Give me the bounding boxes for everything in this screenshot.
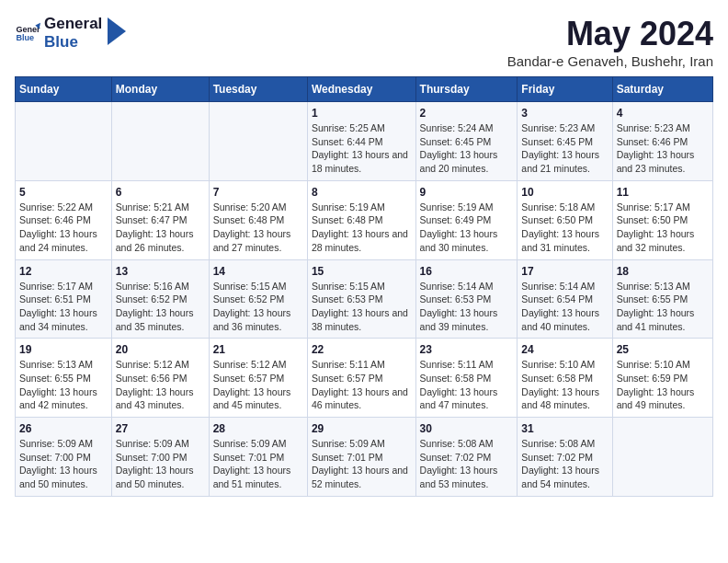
day-number: 1 bbox=[312, 107, 412, 120]
calendar-cell: 26Sunrise: 5:09 AMSunset: 7:00 PMDayligh… bbox=[16, 418, 112, 497]
day-number: 10 bbox=[521, 186, 608, 199]
day-number: 20 bbox=[116, 343, 205, 356]
header: General Blue General Blue May 2024 Banda… bbox=[15, 15, 713, 69]
day-info: Sunrise: 5:11 AMSunset: 6:58 PMDaylight:… bbox=[420, 358, 514, 412]
calendar-cell: 2Sunrise: 5:24 AMSunset: 6:45 PMDaylight… bbox=[415, 102, 518, 181]
day-number: 19 bbox=[19, 343, 108, 356]
day-number: 8 bbox=[312, 186, 412, 199]
day-number: 13 bbox=[116, 265, 205, 278]
day-info: Sunrise: 5:14 AMSunset: 6:54 PMDaylight:… bbox=[521, 280, 608, 334]
day-number: 9 bbox=[420, 186, 514, 199]
calendar-cell: 14Sunrise: 5:15 AMSunset: 6:52 PMDayligh… bbox=[209, 259, 307, 339]
day-info: Sunrise: 5:08 AMSunset: 7:02 PMDaylight:… bbox=[521, 437, 608, 491]
day-info: Sunrise: 5:09 AMSunset: 7:01 PMDaylight:… bbox=[213, 437, 303, 491]
day-info: Sunrise: 5:13 AMSunset: 6:55 PMDaylight:… bbox=[617, 280, 709, 334]
day-number: 23 bbox=[420, 343, 514, 356]
logo-blue: Blue bbox=[44, 33, 78, 51]
logo-icon: General Blue bbox=[15, 20, 40, 46]
logo-arrow-icon bbox=[108, 17, 126, 45]
day-info: Sunrise: 5:24 AMSunset: 6:45 PMDaylight:… bbox=[420, 121, 514, 176]
calendar-cell bbox=[612, 418, 712, 497]
day-info: Sunrise: 5:17 AMSunset: 6:51 PMDaylight:… bbox=[19, 280, 108, 334]
day-info: Sunrise: 5:16 AMSunset: 6:52 PMDaylight:… bbox=[116, 280, 205, 334]
day-number: 14 bbox=[213, 265, 303, 278]
day-number: 5 bbox=[19, 186, 108, 199]
day-header-wednesday: Wednesday bbox=[307, 77, 415, 102]
calendar-cell: 7Sunrise: 5:20 AMSunset: 6:48 PMDaylight… bbox=[209, 180, 307, 259]
day-number: 26 bbox=[19, 422, 108, 435]
calendar-cell: 10Sunrise: 5:18 AMSunset: 6:50 PMDayligh… bbox=[518, 180, 612, 259]
day-info: Sunrise: 5:09 AMSunset: 7:01 PMDaylight:… bbox=[312, 437, 412, 491]
day-number: 11 bbox=[617, 186, 709, 199]
calendar-cell: 29Sunrise: 5:09 AMSunset: 7:01 PMDayligh… bbox=[307, 418, 415, 497]
calendar-cell: 9Sunrise: 5:19 AMSunset: 6:49 PMDaylight… bbox=[415, 180, 518, 259]
svg-marker-4 bbox=[108, 17, 126, 45]
logo: General Blue General Blue bbox=[15, 15, 126, 52]
day-info: Sunrise: 5:08 AMSunset: 7:02 PMDaylight:… bbox=[420, 437, 514, 491]
day-number: 22 bbox=[312, 343, 412, 356]
day-info: Sunrise: 5:09 AMSunset: 7:00 PMDaylight:… bbox=[116, 437, 205, 491]
day-info: Sunrise: 5:18 AMSunset: 6:50 PMDaylight:… bbox=[521, 201, 608, 255]
calendar-cell: 27Sunrise: 5:09 AMSunset: 7:00 PMDayligh… bbox=[111, 418, 209, 497]
day-info: Sunrise: 5:15 AMSunset: 6:52 PMDaylight:… bbox=[213, 280, 303, 334]
day-info: Sunrise: 5:15 AMSunset: 6:53 PMDaylight:… bbox=[312, 280, 412, 334]
calendar-cell: 3Sunrise: 5:23 AMSunset: 6:45 PMDaylight… bbox=[518, 102, 612, 181]
calendar-cell: 23Sunrise: 5:11 AMSunset: 6:58 PMDayligh… bbox=[415, 339, 518, 418]
calendar-cell: 25Sunrise: 5:10 AMSunset: 6:59 PMDayligh… bbox=[612, 339, 712, 418]
svg-text:Blue: Blue bbox=[16, 33, 34, 42]
calendar-cell: 22Sunrise: 5:11 AMSunset: 6:57 PMDayligh… bbox=[307, 339, 415, 418]
day-info: Sunrise: 5:12 AMSunset: 6:56 PMDaylight:… bbox=[116, 358, 205, 412]
calendar-cell: 30Sunrise: 5:08 AMSunset: 7:02 PMDayligh… bbox=[415, 418, 518, 497]
logo-general: General bbox=[44, 15, 102, 33]
day-info: Sunrise: 5:19 AMSunset: 6:48 PMDaylight:… bbox=[312, 201, 412, 255]
day-number: 6 bbox=[116, 186, 205, 199]
day-header-monday: Monday bbox=[111, 77, 209, 102]
calendar-cell bbox=[111, 102, 209, 181]
calendar-cell bbox=[16, 102, 112, 181]
calendar-cell: 1Sunrise: 5:25 AMSunset: 6:44 PMDaylight… bbox=[307, 102, 415, 181]
day-info: Sunrise: 5:23 AMSunset: 6:46 PMDaylight:… bbox=[617, 121, 709, 176]
calendar-cell: 21Sunrise: 5:12 AMSunset: 6:57 PMDayligh… bbox=[209, 339, 307, 418]
calendar-cell: 12Sunrise: 5:17 AMSunset: 6:51 PMDayligh… bbox=[16, 259, 112, 339]
day-info: Sunrise: 5:13 AMSunset: 6:55 PMDaylight:… bbox=[19, 358, 108, 412]
calendar-cell bbox=[209, 102, 307, 181]
day-number: 27 bbox=[116, 422, 205, 435]
day-number: 15 bbox=[312, 265, 412, 278]
calendar-cell: 15Sunrise: 5:15 AMSunset: 6:53 PMDayligh… bbox=[307, 259, 415, 339]
calendar-cell: 6Sunrise: 5:21 AMSunset: 6:47 PMDaylight… bbox=[111, 180, 209, 259]
day-header-row: SundayMondayTuesdayWednesdayThursdayFrid… bbox=[16, 77, 713, 102]
calendar-cell: 31Sunrise: 5:08 AMSunset: 7:02 PMDayligh… bbox=[518, 418, 612, 497]
day-number: 12 bbox=[19, 265, 108, 278]
week-row-3: 12Sunrise: 5:17 AMSunset: 6:51 PMDayligh… bbox=[16, 259, 713, 339]
day-number: 28 bbox=[213, 422, 303, 435]
week-row-5: 26Sunrise: 5:09 AMSunset: 7:00 PMDayligh… bbox=[16, 418, 713, 497]
day-number: 16 bbox=[420, 265, 514, 278]
calendar-cell: 5Sunrise: 5:22 AMSunset: 6:46 PMDaylight… bbox=[16, 180, 112, 259]
week-row-1: 1Sunrise: 5:25 AMSunset: 6:44 PMDaylight… bbox=[16, 102, 713, 181]
day-info: Sunrise: 5:14 AMSunset: 6:53 PMDaylight:… bbox=[420, 280, 514, 334]
day-header-saturday: Saturday bbox=[612, 77, 712, 102]
day-info: Sunrise: 5:12 AMSunset: 6:57 PMDaylight:… bbox=[213, 358, 303, 412]
calendar-cell: 8Sunrise: 5:19 AMSunset: 6:48 PMDaylight… bbox=[307, 180, 415, 259]
calendar-cell: 16Sunrise: 5:14 AMSunset: 6:53 PMDayligh… bbox=[415, 259, 518, 339]
day-info: Sunrise: 5:21 AMSunset: 6:47 PMDaylight:… bbox=[116, 201, 205, 255]
day-info: Sunrise: 5:23 AMSunset: 6:45 PMDaylight:… bbox=[521, 121, 608, 176]
calendar-cell: 19Sunrise: 5:13 AMSunset: 6:55 PMDayligh… bbox=[16, 339, 112, 418]
week-row-4: 19Sunrise: 5:13 AMSunset: 6:55 PMDayligh… bbox=[16, 339, 713, 418]
day-info: Sunrise: 5:09 AMSunset: 7:00 PMDaylight:… bbox=[19, 437, 108, 491]
calendar-cell: 11Sunrise: 5:17 AMSunset: 6:50 PMDayligh… bbox=[612, 180, 712, 259]
day-number: 3 bbox=[521, 107, 608, 120]
calendar-cell: 28Sunrise: 5:09 AMSunset: 7:01 PMDayligh… bbox=[209, 418, 307, 497]
day-number: 18 bbox=[617, 265, 709, 278]
day-number: 24 bbox=[521, 343, 608, 356]
day-info: Sunrise: 5:10 AMSunset: 6:58 PMDaylight:… bbox=[521, 358, 608, 412]
day-number: 7 bbox=[213, 186, 303, 199]
calendar-table: SundayMondayTuesdayWednesdayThursdayFrid… bbox=[15, 76, 713, 497]
day-header-friday: Friday bbox=[518, 77, 612, 102]
day-info: Sunrise: 5:22 AMSunset: 6:46 PMDaylight:… bbox=[19, 201, 108, 255]
calendar-cell: 17Sunrise: 5:14 AMSunset: 6:54 PMDayligh… bbox=[518, 259, 612, 339]
calendar-cell: 13Sunrise: 5:16 AMSunset: 6:52 PMDayligh… bbox=[111, 259, 209, 339]
day-info: Sunrise: 5:11 AMSunset: 6:57 PMDaylight:… bbox=[312, 358, 412, 412]
day-info: Sunrise: 5:19 AMSunset: 6:49 PMDaylight:… bbox=[420, 201, 514, 255]
week-row-2: 5Sunrise: 5:22 AMSunset: 6:46 PMDaylight… bbox=[16, 180, 713, 259]
